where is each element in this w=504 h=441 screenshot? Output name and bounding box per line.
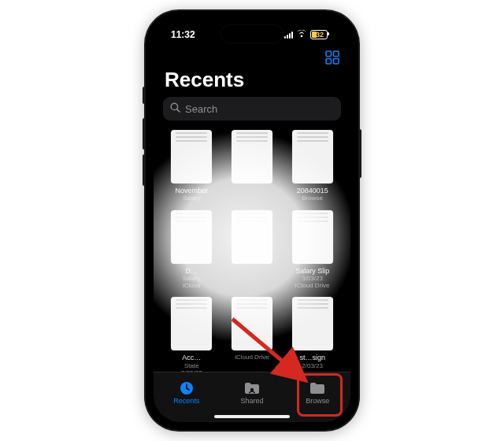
tab-label: Shared	[240, 397, 263, 405]
svg-rect-1	[334, 51, 339, 57]
svg-rect-2	[326, 59, 332, 65]
shared-folder-icon	[243, 380, 261, 396]
tab-browse[interactable]: Browse	[285, 376, 350, 410]
mute-switch	[143, 87, 146, 104]
clock-icon	[178, 380, 195, 396]
file-item[interactable]: NovemberSalary	[166, 130, 217, 202]
svg-line-5	[177, 109, 180, 112]
file-item[interactable]: 20840015Browse	[287, 130, 338, 202]
file-item[interactable]: st…sign2/03/23	[287, 297, 338, 372]
battery-indicator: 32	[310, 30, 336, 39]
cellular-signal-icon	[284, 32, 293, 39]
volume-up-button	[143, 118, 146, 150]
file-item[interactable]: Salary Slip3/03/23iCloud Drive	[287, 210, 338, 290]
search-placeholder: Search	[185, 103, 217, 115]
tab-label: Recents	[173, 397, 199, 405]
status-time: 11:32	[171, 29, 195, 40]
folder-icon	[309, 380, 326, 396]
file-item[interactable]: Acc…State3/03/23	[166, 297, 217, 372]
page-title: Recents	[154, 66, 350, 97]
battery-percent: 32	[316, 31, 324, 39]
dynamic-island	[221, 25, 283, 43]
tab-label: Browse	[306, 397, 329, 405]
svg-rect-3	[334, 59, 339, 65]
phone-frame: 11:32 32 Recents	[146, 11, 358, 430]
tab-shared[interactable]: Shared	[219, 376, 284, 410]
view-toggle-button[interactable]	[325, 50, 339, 65]
power-button	[358, 129, 361, 178]
svg-rect-0	[326, 51, 332, 57]
file-item[interactable]: D…SalaryiCloud	[166, 210, 217, 290]
search-icon	[170, 102, 180, 115]
tab-bar: Recents Shared Browse	[154, 372, 350, 422]
screen: 11:32 32 Recents	[154, 19, 350, 422]
file-item[interactable]	[227, 210, 278, 290]
search-field[interactable]: Search	[163, 97, 341, 120]
file-item[interactable]: iCloud Drive	[227, 297, 278, 372]
volume-down-button	[143, 154, 146, 186]
file-item[interactable]	[227, 130, 278, 202]
home-indicator[interactable]	[214, 415, 290, 418]
tab-recents[interactable]: Recents	[154, 376, 219, 410]
file-grid: NovemberSalary 20840015Browse D…SalaryiC…	[154, 127, 350, 372]
content-area[interactable]: NovemberSalary 20840015Browse D…SalaryiC…	[154, 127, 350, 372]
wifi-icon	[296, 29, 307, 40]
